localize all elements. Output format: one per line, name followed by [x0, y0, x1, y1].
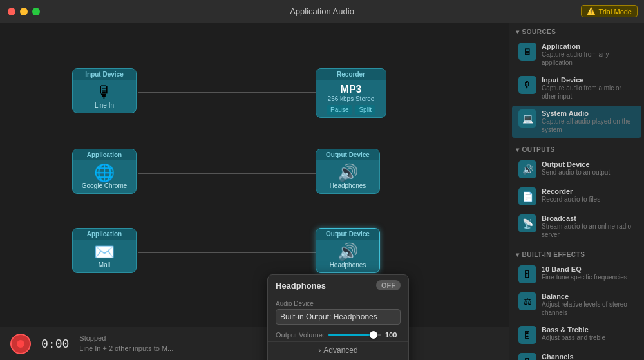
- window-title: Application Audio: [290, 6, 354, 16]
- toggle-off-button[interactable]: OFF: [376, 280, 401, 290]
- output-device1-node[interactable]: Output Device 🔊 Headphones: [316, 149, 380, 194]
- balance-icon: ⚖: [518, 292, 536, 310]
- channels-title: Channels: [542, 353, 635, 360]
- titlebar: Application Audio ⚠️ Trial Mode: [0, 0, 644, 23]
- window-controls: [8, 8, 40, 15]
- headphones1-icon: 🔊: [337, 164, 358, 181]
- sidebar-item-bass-treble[interactable]: 🎛 Bass & Treble Adjust bass and treble: [512, 322, 641, 348]
- application-desc: Capture audio from any application: [542, 50, 635, 67]
- sources-header: ▾ SOURCES: [509, 23, 644, 38]
- recorder-sidebar-icon: 📄: [518, 187, 536, 205]
- recorder-buttons: Pause Split: [319, 105, 383, 115]
- sidebar-item-application[interactable]: 🖥 Application Capture audio from any app…: [512, 39, 641, 71]
- application-mail-body: ✉️ Mail: [73, 240, 136, 272]
- recorder-header: Recorder: [316, 69, 386, 80]
- volume-label: Output Volume:: [276, 331, 325, 339]
- canvas-area: Input Device 🎙 Line In Recorder MP3 256 …: [0, 23, 509, 360]
- output-device2-body: 🔊 Headphones: [316, 240, 379, 272]
- output-device-desc: Send audio to an output: [542, 168, 635, 176]
- application-mail-node[interactable]: Application ✉️ Mail: [72, 228, 137, 273]
- output-device-sidebar-icon: 🔊: [518, 160, 536, 178]
- trial-badge: ⚠️ Trial Mode: [581, 5, 638, 17]
- sidebar-item-balance[interactable]: ⚖ Balance Adjust relative levels of ster…: [512, 289, 641, 321]
- bottom-bar: 0:00 Stopped Line In + 2 other inputs to…: [0, 327, 509, 360]
- broadcast-icon: 📡: [518, 214, 536, 232]
- chevron-down-icon: ▾: [516, 28, 520, 35]
- bass-treble-desc: Adjust bass and treble: [542, 334, 635, 342]
- audio-device-label: Audio Device: [276, 300, 401, 307]
- close-button[interactable]: [8, 8, 15, 15]
- input-device-label: Line In: [95, 102, 114, 109]
- split-button[interactable]: Split: [355, 105, 375, 115]
- outputs-header: ▾ OUTPUTS: [509, 141, 644, 156]
- volume-value: 100: [385, 331, 401, 339]
- advanced-button[interactable]: › Advanced: [268, 341, 408, 359]
- status-line1: Stopped: [79, 334, 173, 343]
- record-button[interactable]: [10, 334, 31, 354]
- application-title: Application: [542, 43, 635, 50]
- application-chrome-label: Google Chrome: [82, 182, 128, 189]
- output-device2-node[interactable]: Output Device 🔊 Headphones: [316, 228, 380, 273]
- main-layout: Input Device 🎙 Line In Recorder MP3 256 …: [0, 23, 644, 360]
- input-device-body: 🎙 Line In: [73, 80, 136, 113]
- microphone-icon: 🎙: [96, 84, 113, 100]
- input-device-header: Input Device: [73, 69, 136, 80]
- sidebar-item-channels[interactable]: 🎚 Channels Adjust channels with multiple…: [512, 349, 641, 360]
- output-device1-body: 🔊 Headphones: [316, 160, 379, 193]
- effects-header: ▾ BUILT-IN EFFECTS: [509, 246, 644, 261]
- chrome-icon: 🌐: [94, 164, 115, 181]
- headphones2-icon: 🔊: [337, 243, 358, 260]
- system-audio-icon: 💻: [518, 109, 536, 128]
- headphones-popup: Headphones OFF Audio Device Built-in Out…: [267, 274, 409, 360]
- application-chrome-node[interactable]: Application 🌐 Google Chrome: [72, 149, 137, 194]
- volume-slider[interactable]: [328, 334, 381, 336]
- sidebar-item-output-device[interactable]: 🔊 Output Device Send audio to an output: [512, 156, 641, 182]
- time-display: 0:00: [41, 337, 69, 350]
- application-mail-header: Application: [73, 229, 136, 240]
- pause-button[interactable]: Pause: [327, 105, 352, 115]
- chevron-down-outputs-icon: ▾: [516, 146, 520, 153]
- bass-treble-icon: 🎛: [518, 326, 536, 344]
- output-device-title: Output Device: [542, 160, 635, 168]
- sidebar-item-eq[interactable]: 🎚 10 Band EQ Fine-tune specific frequenc…: [512, 261, 641, 287]
- sidebar-item-recorder[interactable]: 📄 Recorder Record audio to files: [512, 184, 641, 209]
- sidebar-item-broadcast[interactable]: 📡 Broadcast Stream audio to an online ra…: [512, 211, 641, 243]
- recorder-format: MP3: [319, 84, 383, 95]
- audio-device-section: Audio Device Built-in Output: Headphones: [268, 296, 408, 328]
- recorder-title: Recorder: [542, 187, 635, 195]
- mail-icon: ✉️: [94, 243, 115, 260]
- chevron-right-icon: ›: [318, 346, 321, 355]
- input-device-desc: Capture audio from a mic or other input: [542, 84, 635, 100]
- recorder-quality: 256 kbps Stereo: [319, 95, 383, 102]
- recorder-desc: Record audio to files: [542, 195, 635, 204]
- balance-title: Balance: [542, 292, 635, 300]
- input-device-node[interactable]: Input Device 🎙 Line In: [72, 68, 137, 113]
- popup-header: Headphones OFF: [268, 275, 408, 296]
- maximize-button[interactable]: [32, 8, 40, 15]
- eq-icon: 🎚: [518, 265, 536, 283]
- output-device2-label: Headphones: [330, 261, 366, 269]
- broadcast-title: Broadcast: [542, 214, 635, 222]
- output-device1-header: Output Device: [316, 149, 379, 160]
- minimize-button[interactable]: [20, 8, 28, 15]
- broadcast-desc: Stream audio to an online radio server: [542, 222, 635, 239]
- record-dot: [17, 340, 24, 348]
- input-device-sidebar-icon: 🎙: [518, 76, 536, 94]
- bass-treble-title: Bass & Treble: [542, 326, 635, 334]
- right-sidebar: ▾ SOURCES 🖥 Application Capture audio fr…: [509, 23, 644, 360]
- application-mail-label: Mail: [99, 261, 110, 269]
- eq-title: 10 Band EQ: [542, 265, 635, 273]
- recorder-node[interactable]: Recorder MP3 256 kbps Stereo Pause Split: [316, 68, 386, 118]
- chevron-down-effects-icon: ▾: [516, 251, 520, 258]
- input-device-title: Input Device: [542, 76, 635, 84]
- volume-thumb: [370, 331, 377, 339]
- sidebar-item-system-audio[interactable]: 💻 System Audio Capture all audio played …: [512, 106, 641, 138]
- system-audio-title: System Audio: [542, 109, 635, 117]
- status-line2: Line In + 2 other inputs to M...: [79, 344, 173, 354]
- sidebar-item-input-device[interactable]: 🎙 Input Device Capture audio from a mic …: [512, 72, 641, 104]
- popup-title: Headphones: [276, 281, 326, 290]
- output-device1-label: Headphones: [330, 182, 366, 189]
- application-icon: 🖥: [518, 43, 536, 61]
- audio-device-select[interactable]: Built-in Output: Headphones: [276, 309, 401, 325]
- channels-icon: 🎚: [518, 353, 536, 360]
